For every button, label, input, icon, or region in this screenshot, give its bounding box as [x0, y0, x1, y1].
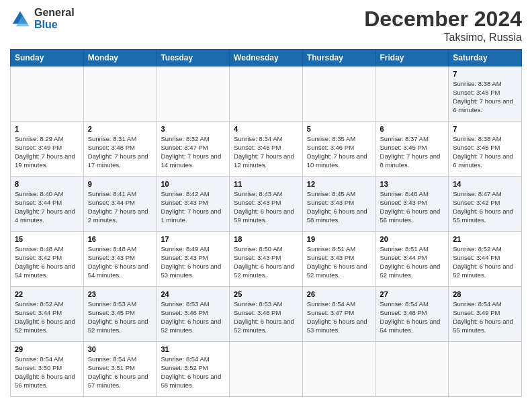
empty-cell [302, 342, 375, 397]
day-7: 7 Sunrise: 8:38 AMSunset: 3:45 PMDayligh… [449, 66, 522, 122]
day-info-27: Sunrise: 8:54 AMSunset: 3:48 PMDaylight:… [380, 300, 445, 334]
day-info-30: Sunrise: 8:54 AMSunset: 3:51 PMDaylight:… [88, 355, 152, 390]
logo: General Blue [10, 7, 75, 30]
day-info-25: Sunrise: 8:53 AMSunset: 3:46 PMDaylight:… [234, 300, 298, 334]
day-5: 5 Sunrise: 8:35 AMSunset: 3:46 PMDayligh… [302, 122, 375, 177]
day-21: 21 Sunrise: 8:52 AMSunset: 3:44 PMDaylig… [449, 232, 522, 287]
empty-cell [375, 66, 449, 122]
day-17: 17 Sunrise: 8:49 AMSunset: 3:43 PMDaylig… [157, 232, 230, 287]
day-info-24: Sunrise: 8:53 AMSunset: 3:46 PMDaylight:… [161, 300, 225, 334]
day-29: 29 Sunrise: 8:54 AMSunset: 3:50 PMDaylig… [11, 342, 84, 397]
location-title: Taksimo, Russia [364, 32, 522, 44]
logo-blue-text: Blue [34, 19, 75, 31]
day-num-7b: 7 [453, 124, 517, 134]
day-16: 16 Sunrise: 8:48 AMSunset: 3:43 PMDaylig… [83, 232, 157, 287]
day-num-29: 29 [15, 345, 79, 355]
day-num-5: 5 [307, 124, 371, 134]
day-20: 20 Sunrise: 8:51 AMSunset: 3:44 PMDaylig… [375, 232, 449, 287]
day-info-12: Sunrise: 8:45 AMSunset: 3:43 PMDaylight:… [307, 190, 371, 224]
day-num-9: 9 [88, 179, 152, 189]
day-num-16: 16 [88, 234, 152, 244]
header-row-days: Sunday Monday Tuesday Wednesday Thursday… [11, 50, 522, 66]
day-12: 12 Sunrise: 8:45 AMSunset: 3:43 PMDaylig… [302, 177, 375, 232]
day-info-13: Sunrise: 8:46 AMSunset: 3:43 PMDaylight:… [380, 190, 445, 224]
day-22: 22 Sunrise: 8:52 AMSunset: 3:44 PMDaylig… [11, 287, 84, 342]
day-info-2: Sunrise: 8:31 AMSunset: 3:48 PMDaylight:… [88, 135, 152, 169]
day-num-30: 30 [88, 345, 152, 355]
col-wednesday: Wednesday [230, 50, 303, 66]
day-info-8: Sunrise: 8:40 AMSunset: 3:44 PMDaylight:… [15, 190, 79, 224]
day-num-27: 27 [380, 289, 445, 300]
header-row: General Blue December 2024 Taksimo, Russ… [10, 7, 522, 44]
day-10: 10 Sunrise: 8:42 AMSunset: 3:43 PMDaylig… [157, 177, 230, 232]
day-15: 15 Sunrise: 8:48 AMSunset: 3:42 PMDaylig… [11, 232, 84, 287]
col-saturday: Saturday [449, 50, 522, 66]
day-num-17: 17 [161, 234, 225, 244]
day-num-3: 3 [161, 124, 225, 134]
day-info-29: Sunrise: 8:54 AMSunset: 3:50 PMDaylight:… [15, 355, 79, 390]
day-num-22: 22 [15, 289, 79, 300]
day-8: 8 Sunrise: 8:40 AMSunset: 3:44 PMDayligh… [11, 177, 84, 232]
day-num-8: 8 [15, 179, 79, 189]
day-info-16: Sunrise: 8:48 AMSunset: 3:43 PMDaylight:… [88, 245, 152, 279]
day-info-15: Sunrise: 8:48 AMSunset: 3:42 PMDaylight:… [15, 245, 79, 279]
day-info-22: Sunrise: 8:52 AMSunset: 3:44 PMDaylight:… [15, 300, 79, 334]
day-num-7: 7 [453, 69, 517, 79]
day-info-28: Sunrise: 8:54 AMSunset: 3:49 PMDaylight:… [453, 300, 517, 334]
day-info-10: Sunrise: 8:42 AMSunset: 3:43 PMDaylight:… [161, 190, 225, 224]
day-7b: 7 Sunrise: 8:38 AMSunset: 3:45 PMDayligh… [449, 122, 522, 177]
day-num-15: 15 [15, 234, 79, 244]
main-container: General Blue December 2024 Taksimo, Russ… [0, 0, 532, 404]
empty-cell [302, 66, 375, 122]
day-1: 1 Sunrise: 8:29 AMSunset: 3:49 PMDayligh… [11, 122, 84, 177]
empty-cell [449, 342, 522, 397]
day-num-24: 24 [161, 289, 225, 300]
day-num-6: 6 [380, 124, 445, 134]
day-info-31: Sunrise: 8:54 AMSunset: 3:52 PMDaylight:… [161, 355, 225, 390]
day-num-14: 14 [453, 179, 517, 189]
day-27: 27 Sunrise: 8:54 AMSunset: 3:48 PMDaylig… [375, 287, 449, 342]
day-26: 26 Sunrise: 8:54 AMSunset: 3:47 PMDaylig… [302, 287, 375, 342]
month-title: December 2024 [364, 7, 522, 32]
day-19: 19 Sunrise: 8:51 AMSunset: 3:43 PMDaylig… [302, 232, 375, 287]
day-info-19: Sunrise: 8:51 AMSunset: 3:43 PMDaylight:… [307, 245, 371, 279]
day-14: 14 Sunrise: 8:47 AMSunset: 3:42 PMDaylig… [449, 177, 522, 232]
day-num-12: 12 [307, 179, 371, 189]
day-info-5: Sunrise: 8:35 AMSunset: 3:46 PMDaylight:… [307, 135, 371, 169]
day-num-11: 11 [234, 179, 298, 189]
day-24: 24 Sunrise: 8:53 AMSunset: 3:46 PMDaylig… [157, 287, 230, 342]
day-25: 25 Sunrise: 8:53 AMSunset: 3:46 PMDaylig… [230, 287, 303, 342]
day-num-21: 21 [453, 234, 517, 244]
day-info-3: Sunrise: 8:32 AMSunset: 3:47 PMDaylight:… [161, 135, 225, 169]
day-info-23: Sunrise: 8:53 AMSunset: 3:45 PMDaylight:… [88, 300, 152, 334]
week-4: 15 Sunrise: 8:48 AMSunset: 3:42 PMDaylig… [11, 232, 522, 287]
empty-cell [157, 66, 230, 122]
empty-cell [375, 342, 449, 397]
title-block: December 2024 Taksimo, Russia [364, 7, 522, 44]
day-info-26: Sunrise: 8:54 AMSunset: 3:47 PMDaylight:… [307, 300, 371, 334]
col-sunday: Sunday [11, 50, 84, 66]
day-num-19: 19 [307, 234, 371, 244]
day-2: 2 Sunrise: 8:31 AMSunset: 3:48 PMDayligh… [83, 122, 157, 177]
day-num-31: 31 [161, 345, 225, 355]
empty-cell [230, 66, 303, 122]
day-18: 18 Sunrise: 8:50 AMSunset: 3:43 PMDaylig… [230, 232, 303, 287]
day-info-21: Sunrise: 8:52 AMSunset: 3:44 PMDaylight:… [453, 245, 517, 279]
day-info-9: Sunrise: 8:41 AMSunset: 3:44 PMDaylight:… [88, 190, 152, 224]
week-1: 7 Sunrise: 8:38 AMSunset: 3:45 PMDayligh… [11, 66, 522, 122]
day-num-18: 18 [234, 234, 298, 244]
day-30: 30 Sunrise: 8:54 AMSunset: 3:51 PMDaylig… [83, 342, 157, 397]
day-info-6: Sunrise: 8:37 AMSunset: 3:45 PMDaylight:… [380, 135, 445, 169]
day-num-28: 28 [453, 289, 517, 300]
col-monday: Monday [83, 50, 157, 66]
day-num-4: 4 [234, 124, 298, 134]
day-info-11: Sunrise: 8:43 AMSunset: 3:43 PMDaylight:… [234, 190, 298, 224]
day-31: 31 Sunrise: 8:54 AMSunset: 3:52 PMDaylig… [157, 342, 230, 397]
week-5: 22 Sunrise: 8:52 AMSunset: 3:44 PMDaylig… [11, 287, 522, 342]
logo-general-text: General [34, 7, 75, 19]
day-num-1: 1 [15, 124, 79, 134]
day-num-25: 25 [234, 289, 298, 300]
day-6: 6 Sunrise: 8:37 AMSunset: 3:45 PMDayligh… [375, 122, 449, 177]
day-info-4: Sunrise: 8:34 AMSunset: 3:46 PMDaylight:… [234, 135, 298, 169]
week-6: 29 Sunrise: 8:54 AMSunset: 3:50 PMDaylig… [11, 342, 522, 397]
